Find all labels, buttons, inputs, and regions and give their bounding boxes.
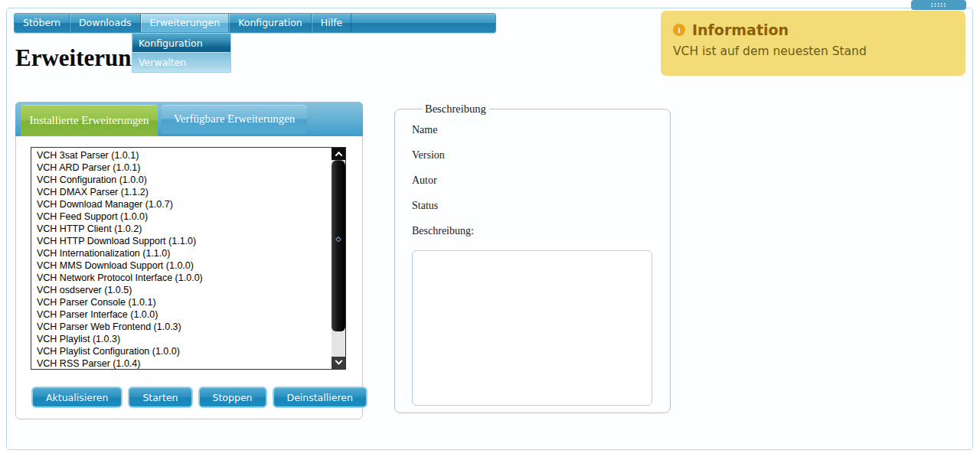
list-item[interactable]: VCH 3sat Parser (1.0.1) <box>31 149 332 161</box>
extensions-list: VCH 3sat Parser (1.0.1)VCH ARD Parser (1… <box>31 149 332 370</box>
tab-installierte-erweiterungen[interactable]: Installierte Erweiterungen <box>21 105 158 136</box>
erweiterungen-dropdown-menu: Konfiguration Verwalten <box>132 33 231 73</box>
scrollbar-thumb[interactable]: ◇ <box>332 160 345 331</box>
list-item[interactable]: VCH Internationalization (1.1.0) <box>31 247 332 259</box>
field-label-version: Version <box>412 149 670 161</box>
list-item[interactable]: VCH HTTP Download Support (1.1.0) <box>31 235 332 247</box>
scrollbar-grip-icon: ◇ <box>332 236 345 243</box>
description-panel: Beschreibung Name Version Autor Status B… <box>394 103 671 413</box>
info-box-title: Information <box>692 21 789 38</box>
scrollbar[interactable]: ◇ <box>332 148 345 369</box>
dropdown-item-konfiguration[interactable]: Konfiguration <box>132 34 230 53</box>
nav-item-downloads[interactable]: Downloads <box>70 14 141 32</box>
list-item[interactable]: VCH DMAX Parser (1.1.2) <box>31 186 332 198</box>
list-item[interactable]: VCH RSS Parser (1.0.4) <box>31 357 332 370</box>
nav-item-erweiterungen[interactable]: Erweiterungen <box>141 14 230 32</box>
field-label-autor: Autor <box>412 175 670 187</box>
list-item[interactable]: VCH Parser Console (1.0.1) <box>31 296 332 308</box>
scroll-down-icon[interactable] <box>332 357 345 369</box>
deinstallieren-button[interactable]: Deinstallieren <box>273 387 368 408</box>
description-legend: Beschreibung <box>422 103 489 116</box>
info-box: i Information VCH ist auf dem neuesten S… <box>661 11 965 76</box>
list-item[interactable]: VCH HTTP Client (1.0.2) <box>31 223 332 235</box>
list-item[interactable]: VCH Download Manager (1.0.7) <box>31 198 332 210</box>
list-item[interactable]: VCH Configuration (1.0.0) <box>31 174 332 186</box>
description-textarea[interactable] <box>412 250 652 406</box>
action-button-row: Aktualisieren Starten Stoppen Deinstalli… <box>31 387 368 408</box>
list-item[interactable]: VCH Network Protocol Interface (1.0.0) <box>31 272 332 284</box>
nav-item-stoebern[interactable]: Stöbern <box>15 14 70 32</box>
list-item[interactable]: VCH ARD Parser (1.0.1) <box>31 161 332 174</box>
list-item[interactable]: VCH Parser Web Frontend (1.0.3) <box>31 321 332 333</box>
info-box-message: VCH ist auf dem neuesten Stand <box>673 44 953 58</box>
main-navbar: Stöbern Downloads Erweiterungen Konfigur… <box>14 13 496 33</box>
info-icon: i <box>673 24 685 36</box>
extensions-listbox[interactable]: VCH 3sat Parser (1.0.1)VCH ARD Parser (1… <box>31 147 346 370</box>
tab-strip: Installierte Erweiterungen Verfügbare Er… <box>15 102 363 136</box>
list-item[interactable]: VCH Playlist (1.0.3) <box>31 333 332 345</box>
aktualisieren-button[interactable]: Aktualisieren <box>31 387 122 408</box>
tab-verfuegbare-erweiterungen[interactable]: Verfügbare Erweiterungen <box>162 105 307 133</box>
extensions-panel: Installierte Erweiterungen Verfügbare Er… <box>15 102 363 419</box>
list-item[interactable]: VCH Parser Interface (1.0.0) <box>31 308 332 321</box>
nav-item-hilfe[interactable]: Hilfe <box>312 14 351 32</box>
list-item[interactable]: VCH osdserver (1.0.5) <box>31 284 332 296</box>
field-label-beschreibung: Beschreibung: <box>412 225 670 237</box>
field-label-name: Name <box>412 124 670 136</box>
scroll-up-icon[interactable] <box>332 148 345 160</box>
starten-button[interactable]: Starten <box>128 387 192 408</box>
dropdown-item-verwalten[interactable]: Verwalten <box>132 53 230 72</box>
list-item[interactable]: VCH MMS Download Support (1.0.0) <box>31 259 332 272</box>
widget-drag-handle-icon[interactable]: ::::: <box>911 0 966 10</box>
list-item[interactable]: VCH Playlist Configuration (1.0.0) <box>31 345 332 357</box>
nav-item-konfiguration[interactable]: Konfiguration <box>229 14 312 32</box>
list-item[interactable]: VCH Feed Support (1.0.0) <box>31 210 332 223</box>
field-label-status: Status <box>412 200 670 212</box>
stoppen-button[interactable]: Stoppen <box>198 387 267 408</box>
